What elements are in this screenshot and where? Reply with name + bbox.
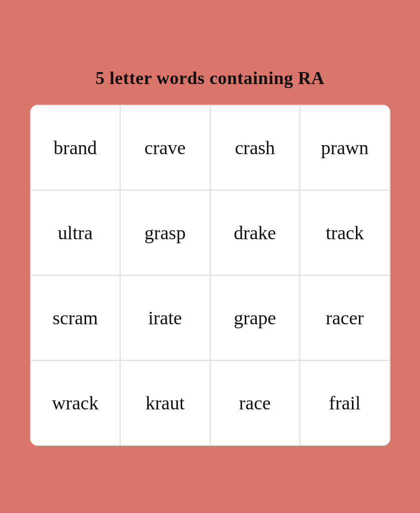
word-grid: brandcravecrashprawnultragraspdraketrack… [30,105,390,446]
word-cell-2-1: irate [148,307,182,329]
word-cell-2-3: racer [326,307,364,329]
table-row: prawn [300,106,390,191]
table-row: wrack [31,361,121,446]
table-row: racer [300,276,390,361]
word-cell-3-2: race [239,392,271,414]
table-row: race [211,361,301,446]
word-cell-1-3: track [326,222,364,244]
word-cell-0-2: crash [235,137,275,159]
word-cell-2-0: scram [53,307,98,329]
word-grid-container: brandcravecrashprawnultragraspdraketrack… [30,105,390,446]
table-row: drake [211,191,301,276]
word-cell-3-0: wrack [52,392,99,414]
table-row: brand [31,106,121,191]
table-row: irate [121,276,211,361]
table-row: scram [31,276,121,361]
word-cell-1-1: grasp [145,222,186,244]
word-cell-2-2: grape [234,307,276,329]
table-row: crash [211,106,301,191]
table-row: ultra [31,191,121,276]
word-cell-0-1: crave [145,137,186,159]
table-row: grasp [121,191,211,276]
word-cell-3-1: kraut [146,392,185,414]
table-row: track [300,191,390,276]
word-cell-1-2: drake [234,222,276,244]
page-title: 5 letter words containing RA [96,68,324,89]
word-cell-0-3: prawn [321,137,368,159]
table-row: crave [121,106,211,191]
table-row: frail [300,361,390,446]
table-row: grape [211,276,301,361]
table-row: kraut [121,361,211,446]
word-cell-0-0: brand [54,137,97,159]
word-cell-3-3: frail [329,392,360,414]
word-cell-1-0: ultra [58,222,93,244]
